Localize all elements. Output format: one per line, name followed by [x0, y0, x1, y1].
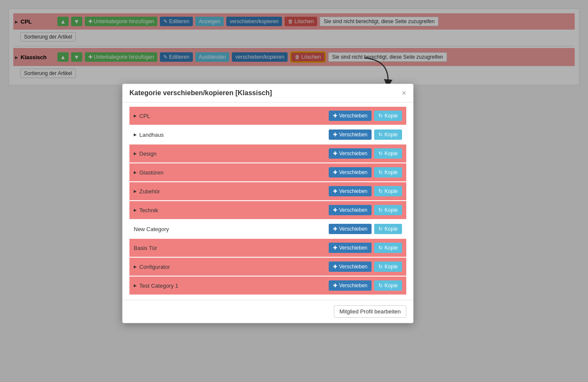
move-icon-cpl: ✚ [333, 113, 337, 119]
modal-row-buttons-configurator: ✚ Verschieben ↻ Kopie [329, 262, 402, 272]
modal-row-buttons-design: ✚ Verschieben ↻ Kopie [329, 148, 402, 159]
kopie-configurator[interactable]: ↻ Kopie [374, 262, 402, 272]
triangle-icon-landhaus: ▶ [134, 132, 137, 137]
verschieben-glastueren[interactable]: ✚ Verschieben [329, 167, 372, 177]
move-icon-new-category: ✚ [333, 226, 337, 232]
modal-row-left-basis-tuer: Basis Tür [134, 245, 157, 251]
move-icon-landhaus: ✚ [333, 132, 337, 138]
category-label-zubehoer: Zubehör [139, 188, 160, 195]
modal-row-new-category: New Category ✚ Verschieben ↻ Kopie [129, 220, 406, 238]
modal-row-left-technik: ▶ Technik [134, 207, 158, 214]
modal-row-configurator: ▶ Configurator ✚ Verschieben ↻ Kopie [129, 258, 406, 276]
modal-row-basis-tuer: Basis Tür ✚ Verschieben ↻ Kopie [129, 239, 406, 257]
modal-row-left-zubehoer: ▶ Zubehör [134, 188, 160, 195]
verschieben-design[interactable]: ✚ Verschieben [329, 148, 372, 159]
triangle-icon-configurator: ▶ [134, 265, 137, 269]
refresh-icon-landhaus: ↻ [378, 132, 383, 138]
move-icon-test-category-1: ✚ [333, 283, 337, 289]
move-icon-zubehoer: ✚ [333, 188, 337, 194]
category-label-basis-tuer: Basis Tür [134, 245, 157, 251]
modal-row-left-new-category: New Category [134, 226, 169, 232]
modal-row-buttons-technik: ✚ Verschieben ↻ Kopie [329, 205, 402, 215]
modal-row-cpl: ▶ CPL ✚ Verschieben ↻ Kopie [129, 107, 406, 125]
refresh-icon-cpl: ↻ [378, 113, 383, 119]
category-label-landhaus: Landhaus [139, 132, 164, 138]
modal-dialog: Kategorie verschieben/kopieren [Klassisc… [122, 84, 414, 323]
kopie-zubehoer[interactable]: ↻ Kopie [374, 186, 402, 196]
triangle-icon-zubehoer: ▶ [134, 189, 137, 193]
refresh-icon-design: ↻ [378, 150, 383, 156]
verschieben-zubehoer[interactable]: ✚ Verschieben [329, 186, 372, 196]
triangle-icon-test-category-1: ▶ [134, 283, 137, 288]
category-label-cpl: CPL [139, 113, 150, 119]
kopie-design[interactable]: ↻ Kopie [374, 148, 402, 159]
refresh-icon-zubehoer: ↻ [378, 188, 383, 194]
modal-body: ▶ CPL ✚ Verschieben ↻ Kopie ▶ Landhaus [123, 102, 413, 300]
verschieben-test-category-1[interactable]: ✚ Verschieben [329, 280, 372, 291]
kopie-glastueren[interactable]: ↻ Kopie [374, 167, 402, 177]
verschieben-configurator[interactable]: ✚ Verschieben [329, 262, 372, 272]
modal-row-buttons-landhaus: ✚ Verschieben ↻ Kopie [329, 129, 402, 140]
modal-row-technik: ▶ Technik ✚ Verschieben ↻ Kopie [129, 201, 406, 219]
modal-row-left-cpl: ▶ CPL [134, 113, 150, 119]
category-label-glastueren: Glastüren [139, 169, 163, 176]
triangle-icon-cpl: ▶ [134, 114, 137, 118]
triangle-icon-technik: ▶ [134, 208, 137, 212]
verschieben-new-category[interactable]: ✚ Verschieben [329, 224, 372, 234]
category-label-design: Design [139, 150, 156, 157]
refresh-icon-configurator: ↻ [378, 264, 383, 270]
kopie-basis-tuer[interactable]: ↻ Kopie [374, 243, 402, 253]
modal-row-test-category-1: ▶ Test Category 1 ✚ Verschieben ↻ Kopie [129, 277, 406, 295]
modal-row-design: ▶ Design ✚ Verschieben ↻ Kopie [129, 144, 406, 162]
modal-row-buttons-zubehoer: ✚ Verschieben ↻ Kopie [329, 186, 402, 196]
kopie-new-category[interactable]: ↻ Kopie [374, 224, 402, 234]
verschieben-technik[interactable]: ✚ Verschieben [329, 205, 372, 215]
modal-row-left-design: ▶ Design [134, 150, 156, 157]
triangle-icon-design: ▶ [134, 151, 137, 156]
modal-row-buttons-cpl: ✚ Verschieben ↻ Kopie [329, 111, 402, 121]
modal-header: Kategorie verschieben/kopieren [Klassisc… [123, 84, 413, 102]
modal-row-left-landhaus: ▶ Landhaus [134, 132, 164, 138]
move-icon-basis-tuer: ✚ [333, 245, 337, 251]
refresh-icon-technik: ↻ [378, 207, 383, 213]
modal-row-left-test-category-1: ▶ Test Category 1 [134, 283, 178, 289]
refresh-icon-new-category: ↻ [378, 226, 383, 232]
kopie-landhaus[interactable]: ↻ Kopie [374, 129, 402, 140]
modal-row-left-configurator: ▶ Configurator [134, 264, 170, 270]
verschieben-cpl[interactable]: ✚ Verschieben [329, 111, 372, 121]
move-icon-technik: ✚ [333, 207, 337, 213]
category-label-technik: Technik [139, 207, 158, 214]
modal-title: Kategorie verschieben/kopieren [Klassisc… [129, 89, 272, 97]
modal-row-buttons-basis-tuer: ✚ Verschieben ↻ Kopie [329, 243, 402, 253]
modal-row-glastueren: ▶ Glastüren ✚ Verschieben ↻ Kopie [129, 163, 406, 181]
refresh-icon-basis-tuer: ↻ [378, 245, 383, 251]
move-icon-glastueren: ✚ [333, 169, 337, 175]
mitglied-profil-button[interactable]: Mitglied Profil bearbeiten [334, 305, 406, 318]
modal-row-buttons-new-category: ✚ Verschieben ↻ Kopie [329, 224, 402, 234]
kopie-test-category-1[interactable]: ↻ Kopie [374, 280, 402, 291]
kopie-technik[interactable]: ↻ Kopie [374, 205, 402, 215]
refresh-icon-glastueren: ↻ [378, 169, 383, 175]
verschieben-basis-tuer[interactable]: ✚ Verschieben [329, 243, 372, 253]
category-label-test-category-1: Test Category 1 [139, 283, 178, 289]
category-label-configurator: Configurator [139, 264, 170, 270]
modal-row-buttons-glastueren: ✚ Verschieben ↻ Kopie [329, 167, 402, 177]
modal-row-left-glastueren: ▶ Glastüren [134, 169, 163, 176]
move-icon-configurator: ✚ [333, 264, 337, 270]
category-label-new-category: New Category [134, 226, 169, 232]
kopie-cpl[interactable]: ↻ Kopie [374, 111, 402, 121]
triangle-icon-glastueren: ▶ [134, 170, 137, 174]
refresh-icon-test-category-1: ↻ [378, 283, 383, 289]
modal-close-button[interactable]: × [402, 89, 406, 97]
verschieben-landhaus[interactable]: ✚ Verschieben [329, 129, 372, 140]
modal-footer: Mitglied Profil bearbeiten [123, 300, 413, 323]
modal-row-landhaus: ▶ Landhaus ✚ Verschieben ↻ Kopie [129, 126, 406, 144]
modal-row-buttons-test-category-1: ✚ Verschieben ↻ Kopie [329, 280, 402, 291]
modal-row-zubehoer: ▶ Zubehör ✚ Verschieben ↻ Kopie [129, 182, 406, 200]
move-icon-design: ✚ [333, 150, 337, 156]
